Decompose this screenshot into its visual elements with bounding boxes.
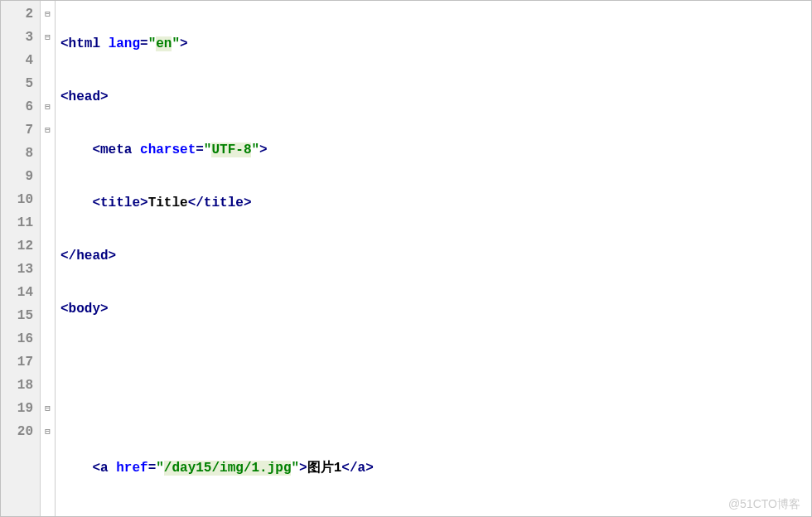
- code-line[interactable]: <body>: [60, 297, 811, 321]
- code-area[interactable]: <html lang="en"> <head> <meta charset="U…: [56, 1, 811, 516]
- line-number[interactable]: 17: [1, 350, 40, 374]
- fold-spacer: [41, 49, 55, 72]
- code-line[interactable]: <meta charset="UTF-8">: [60, 138, 811, 162]
- code-line[interactable]: </head>: [60, 244, 811, 268]
- line-number[interactable]: 2: [1, 2, 40, 26]
- line-number[interactable]: 20: [1, 420, 40, 443]
- fold-spacer: [41, 188, 55, 211]
- fold-spacer: [41, 350, 55, 374]
- fold-spacer: [41, 142, 55, 165]
- fold-spacer: [41, 374, 55, 397]
- code-line[interactable]: <head>: [60, 85, 811, 109]
- fold-spacer: [41, 211, 55, 234]
- code-line[interactable]: [60, 350, 811, 374]
- line-number[interactable]: 6: [1, 95, 40, 118]
- watermark-text: @51CTO博客: [728, 497, 800, 512]
- fold-spacer: [41, 327, 55, 350]
- fold-spacer: [41, 304, 55, 327]
- fold-spacer: [41, 72, 55, 95]
- line-number[interactable]: 9: [1, 165, 40, 188]
- line-number[interactable]: 12: [1, 234, 40, 258]
- line-number[interactable]: 19: [1, 397, 40, 420]
- line-number[interactable]: 15: [1, 304, 40, 327]
- line-number[interactable]: 8: [1, 142, 40, 165]
- line-number-gutter: 2 3 4 5 6 7 8 9 10 11 12 13 14 15 16 17 …: [1, 1, 41, 516]
- line-number[interactable]: 14: [1, 281, 40, 304]
- code-line[interactable]: <title>Title</title>: [60, 191, 811, 215]
- code-line[interactable]: <a href="/day15/img/1.jpg">图片1</a>: [60, 457, 811, 480]
- fold-toggle-icon[interactable]: [41, 2, 55, 26]
- code-line[interactable]: [60, 510, 811, 517]
- code-line[interactable]: <html lang="en">: [60, 32, 811, 56]
- line-number[interactable]: 18: [1, 374, 40, 397]
- line-number[interactable]: 5: [1, 72, 40, 95]
- code-editor: 2 3 4 5 6 7 8 9 10 11 12 13 14 15 16 17 …: [0, 0, 812, 517]
- fold-spacer: [41, 258, 55, 281]
- line-number[interactable]: 13: [1, 258, 40, 281]
- fold-spacer: [41, 234, 55, 258]
- line-number[interactable]: 16: [1, 327, 40, 350]
- line-number[interactable]: 7: [1, 118, 40, 142]
- code-line[interactable]: [60, 403, 811, 427]
- line-number[interactable]: 11: [1, 211, 40, 234]
- fold-toggle-icon[interactable]: [41, 118, 55, 142]
- fold-toggle-icon[interactable]: [41, 95, 55, 118]
- fold-spacer: [41, 165, 55, 188]
- line-number[interactable]: 10: [1, 188, 40, 211]
- line-number[interactable]: 4: [1, 49, 40, 72]
- fold-toggle-icon[interactable]: [41, 26, 55, 49]
- line-number[interactable]: 3: [1, 26, 40, 49]
- fold-toggle-icon[interactable]: [41, 420, 55, 443]
- fold-gutter: [41, 1, 56, 516]
- fold-spacer: [41, 281, 55, 304]
- fold-toggle-icon[interactable]: [41, 397, 55, 420]
